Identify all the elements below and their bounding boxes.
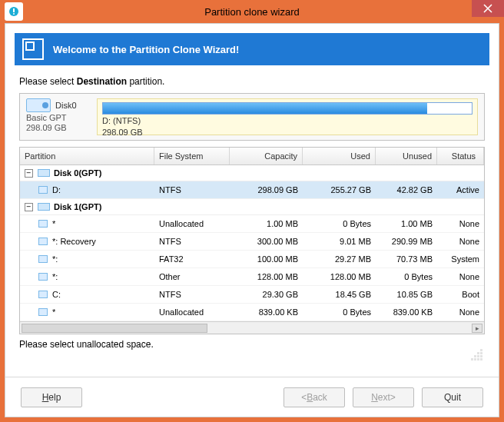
instruction-text: Please select Destination partition.	[19, 76, 485, 87]
disk-group[interactable]: −Disk 1(GPT)	[20, 199, 484, 215]
svg-rect-8	[480, 355, 482, 357]
quit-button[interactable]: Quit	[422, 387, 483, 407]
cell-unused: 42.82 GB	[376, 184, 437, 196]
next-button[interactable]: Next>	[353, 387, 414, 407]
titlebar: Partition clone wizard	[0, 0, 504, 23]
cell-status: None	[437, 235, 484, 248]
instruction-bold: Destination	[77, 76, 127, 87]
source-disk-type: Basic GPT	[26, 113, 91, 122]
cell-partition: *	[52, 307, 55, 317]
col-unused[interactable]: Unused	[376, 148, 437, 164]
cell-capacity: 29.30 GB	[230, 288, 303, 301]
table-row[interactable]: *:Other128.00 MB128.00 MB0 BytesNone	[20, 268, 484, 286]
cell-unused: 70.73 MB	[376, 253, 437, 265]
svg-rect-5	[480, 352, 482, 354]
cell-capacity: 300.00 MB	[230, 235, 303, 248]
grid-header: Partition File System Capacity Used Unus…	[20, 148, 484, 165]
svg-rect-12	[480, 358, 482, 361]
disk-icon	[26, 98, 51, 112]
cell-status: Boot	[437, 288, 484, 301]
cell-filesystem: Unallocated	[154, 218, 230, 230]
help-button[interactable]: Help	[21, 387, 82, 407]
col-capacity[interactable]: Capacity	[230, 148, 303, 164]
cell-capacity: 128.00 MB	[230, 271, 303, 283]
source-disk-box: Disk0 Basic GPT 298.09 GB D: (NTFS) 298.…	[19, 93, 485, 141]
grid-body: −Disk 0(GPT)D:NTFS298.09 GB255.27 GB42.8…	[20, 165, 484, 321]
resize-grip-icon	[462, 349, 485, 372]
partition-icon	[38, 186, 48, 194]
cell-filesystem: Unallocated	[154, 306, 230, 318]
svg-rect-4	[477, 352, 479, 354]
cell-unused: 10.85 GB	[376, 288, 437, 301]
partition-icon	[38, 238, 48, 245]
cell-used: 255.27 GB	[303, 184, 376, 196]
cell-filesystem: Other	[154, 271, 230, 283]
table-row[interactable]: *Unallocated839.00 KB0 Bytes839.00 KBNon…	[20, 304, 484, 321]
cell-used: 0 Bytes	[303, 218, 376, 230]
cell-used: 29.27 MB	[303, 253, 376, 265]
wizard-title: Welcome to the Partition Clone Wizard!	[53, 44, 239, 55]
cell-status: Active	[437, 184, 484, 196]
wizard-icon	[22, 38, 44, 60]
source-part-size: 298.09 GB	[102, 128, 472, 138]
cell-partition: D:	[52, 185, 61, 194]
client-area: Welcome to the Partition Clone Wizard! P…	[5, 23, 499, 417]
svg-rect-6	[474, 355, 476, 357]
source-partition-block: D: (NTFS) 298.09 GB	[97, 98, 478, 135]
cell-used: 18.45 GB	[303, 288, 376, 301]
cell-partition: *:	[52, 272, 58, 281]
source-disk-info: Disk0 Basic GPT 298.09 GB	[20, 94, 97, 140]
disk-group-title: Disk 1(GPT)	[54, 202, 101, 211]
cell-capacity: 298.09 GB	[230, 184, 303, 196]
horizontal-scrollbar[interactable]: ▸	[20, 321, 484, 334]
cell-filesystem: NTFS	[154, 184, 230, 196]
partition-icon	[38, 255, 48, 263]
back-button[interactable]: <Back	[284, 387, 345, 407]
cell-used: 9.01 MB	[303, 235, 376, 248]
usage-bar	[102, 102, 472, 115]
svg-rect-10	[474, 358, 476, 361]
cell-used: 128.00 MB	[303, 271, 376, 283]
table-row[interactable]: *Unallocated1.00 MB0 Bytes1.00 MBNone	[20, 215, 484, 233]
col-status[interactable]: Status	[437, 148, 484, 164]
disk-group-title: Disk 0(GPT)	[54, 168, 101, 178]
cell-filesystem: NTFS	[154, 288, 230, 301]
cell-unused: 1.00 MB	[376, 218, 437, 230]
source-disk-name: Disk0	[55, 101, 77, 110]
cell-status: None	[437, 271, 484, 283]
scrollbar-thumb[interactable]	[22, 324, 207, 333]
wizard-banner: Welcome to the Partition Clone Wizard!	[15, 33, 489, 65]
svg-rect-11	[477, 358, 479, 361]
hint-text: Please select unallocated space.	[19, 339, 485, 350]
collapse-icon[interactable]: −	[25, 169, 33, 178]
table-row[interactable]: C:NTFS29.30 GB18.45 GB10.85 GBBoot	[20, 286, 484, 304]
table-row[interactable]: D:NTFS298.09 GB255.27 GB42.82 GBActive	[20, 181, 484, 199]
cell-capacity: 1.00 MB	[230, 218, 303, 230]
partition-icon	[38, 291, 48, 298]
cell-partition: *: Recovery	[52, 237, 96, 246]
partition-icon	[38, 220, 48, 228]
disk-icon	[38, 169, 50, 177]
cell-used: 0 Bytes	[303, 306, 376, 318]
col-used[interactable]: Used	[303, 148, 376, 164]
table-row[interactable]: *:FAT32100.00 MB29.27 MB70.73 MBSystem	[20, 251, 484, 268]
cell-filesystem: FAT32	[154, 253, 230, 265]
cell-filesystem: NTFS	[154, 235, 230, 248]
instruction-pre: Please select	[19, 76, 77, 87]
col-filesystem[interactable]: File System	[154, 148, 230, 164]
scrollbar-right-arrow[interactable]: ▸	[472, 324, 482, 333]
cell-capacity: 100.00 MB	[230, 253, 303, 265]
button-bar: Help <Back Next> Quit	[5, 377, 499, 417]
cell-partition: *	[52, 219, 55, 228]
instruction-post: partition.	[127, 76, 164, 87]
collapse-icon[interactable]: −	[25, 203, 33, 211]
svg-rect-3	[480, 349, 482, 351]
col-partition[interactable]: Partition	[20, 148, 154, 164]
cell-partition: C:	[52, 290, 61, 299]
disk-icon	[38, 203, 50, 211]
close-button[interactable]	[472, 0, 504, 17]
disk-group[interactable]: −Disk 0(GPT)	[20, 165, 484, 181]
table-row[interactable]: *: RecoveryNTFS300.00 MB9.01 MB290.99 MB…	[20, 233, 484, 251]
svg-rect-7	[477, 355, 479, 357]
window-title: Partition clone wizard	[0, 6, 504, 18]
